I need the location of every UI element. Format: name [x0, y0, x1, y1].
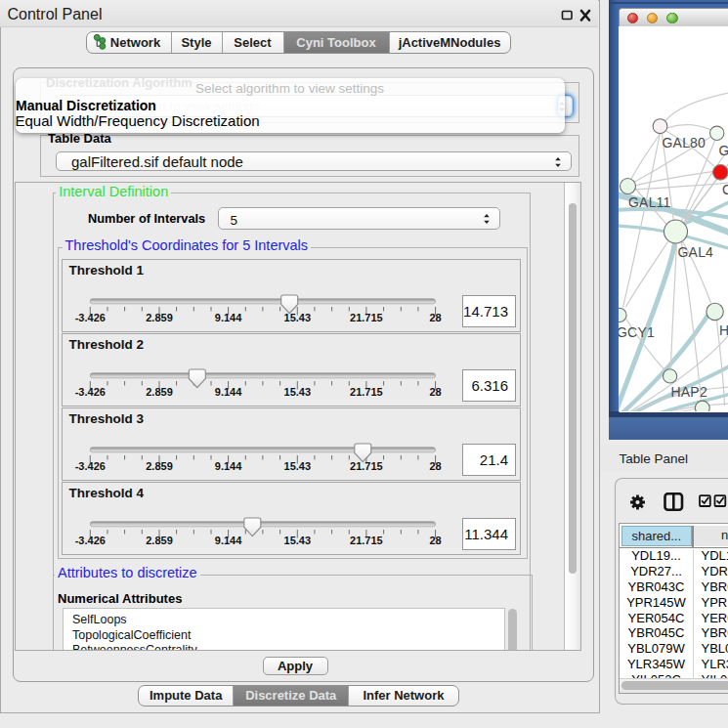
svg-text:2.859: 2.859 — [146, 386, 173, 398]
svg-text:9.144: 9.144 — [214, 386, 241, 398]
svg-text:9.144: 9.144 — [214, 535, 241, 546]
svg-text:9.144: 9.144 — [214, 312, 241, 323]
svg-text:28: 28 — [429, 535, 441, 546]
svg-text:15.43: 15.43 — [283, 312, 311, 323]
svg-text:-3.426: -3.426 — [74, 535, 105, 546]
svg-text:2.859: 2.859 — [146, 312, 173, 323]
svg-text:21.715: 21.715 — [350, 460, 383, 472]
svg-text:GAL80: GAL80 — [718, 143, 728, 158]
svg-text:HAP: HAP — [719, 322, 728, 338]
svg-text:9.144: 9.144 — [214, 460, 241, 472]
svg-text:15.43: 15.43 — [283, 460, 311, 472]
svg-text:15.43: 15.43 — [283, 535, 311, 546]
svg-text:28: 28 — [429, 460, 441, 472]
svg-text:2.859: 2.859 — [146, 535, 173, 546]
svg-text:2.859: 2.859 — [146, 460, 173, 472]
svg-text:GAL11: GAL11 — [628, 194, 671, 210]
svg-text:-3.426: -3.426 — [74, 386, 105, 398]
svg-text:-3.426: -3.426 — [74, 460, 105, 472]
svg-text:GAL4: GAL4 — [677, 244, 713, 260]
svg-text:CY: CY — [722, 182, 728, 197]
svg-text:GAL80: GAL80 — [662, 135, 706, 150]
svg-text:15.43: 15.43 — [283, 386, 311, 398]
svg-text:-3.426: -3.426 — [74, 312, 105, 323]
svg-text:GCY1: GCY1 — [619, 324, 655, 340]
svg-text:21.715: 21.715 — [350, 535, 383, 546]
svg-text:28: 28 — [429, 312, 441, 323]
svg-text:HAP2: HAP2 — [670, 384, 707, 400]
svg-text:28: 28 — [429, 386, 441, 398]
svg-text:21.715: 21.715 — [350, 312, 383, 323]
svg-text:21.715: 21.715 — [350, 386, 383, 398]
